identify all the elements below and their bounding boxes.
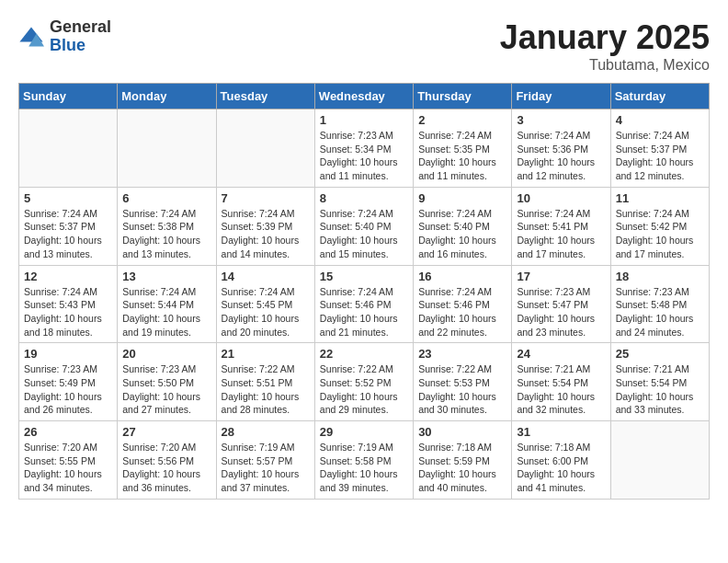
day-info: Sunrise: 7:21 AMSunset: 5:54 PMDaylight:… (616, 362, 704, 417)
day-info: Sunrise: 7:18 AMSunset: 6:00 PMDaylight:… (517, 441, 605, 495)
calendar-cell: 12Sunrise: 7:24 AMSunset: 5:43 PMDayligh… (19, 265, 118, 343)
title-block: January 2025 Tubutama, Mexico (500, 18, 710, 74)
calendar-cell: 18Sunrise: 7:23 AMSunset: 5:48 PMDayligh… (610, 265, 709, 343)
day-number: 28 (222, 425, 310, 439)
day-number: 16 (418, 270, 506, 283)
day-info: Sunrise: 7:23 AMSunset: 5:48 PMDaylight:… (616, 285, 704, 339)
calendar-cell: 14Sunrise: 7:24 AMSunset: 5:45 PMDayligh… (216, 265, 314, 343)
page-header: General Blue January 2025 Tubutama, Mexi… (18, 18, 710, 74)
calendar-cell: 10Sunrise: 7:24 AMSunset: 5:41 PMDayligh… (512, 187, 610, 265)
weekday-header-monday: Monday (118, 84, 216, 109)
calendar-cell: 6Sunrise: 7:24 AMSunset: 5:38 PMDaylight… (118, 187, 216, 265)
day-info: Sunrise: 7:22 AMSunset: 5:53 PMDaylight:… (418, 362, 506, 417)
day-number: 15 (320, 270, 408, 283)
day-number: 21 (222, 347, 310, 361)
calendar-cell: 20Sunrise: 7:23 AMSunset: 5:50 PMDayligh… (118, 343, 216, 421)
day-number: 22 (320, 347, 408, 361)
day-number: 30 (418, 425, 506, 439)
day-number: 1 (320, 113, 408, 127)
day-number: 6 (122, 191, 210, 205)
calendar-week-row: 1Sunrise: 7:23 AMSunset: 5:34 PMDaylight… (19, 109, 710, 188)
calendar-table: SundayMondayTuesdayWednesdayThursdayFrid… (18, 83, 710, 500)
calendar-cell: 8Sunrise: 7:24 AMSunset: 5:40 PMDaylight… (314, 187, 413, 265)
calendar-cell: 25Sunrise: 7:21 AMSunset: 5:54 PMDayligh… (610, 343, 709, 421)
day-number: 24 (517, 347, 605, 361)
day-number: 18 (616, 270, 704, 283)
logo-icon (18, 24, 44, 50)
day-number: 5 (24, 191, 112, 205)
day-number: 29 (320, 425, 408, 439)
day-info: Sunrise: 7:19 AMSunset: 5:58 PMDaylight:… (320, 441, 408, 495)
calendar-cell (19, 109, 118, 188)
calendar-cell: 31Sunrise: 7:18 AMSunset: 6:00 PMDayligh… (512, 421, 610, 500)
day-number: 14 (222, 270, 310, 283)
calendar-cell (610, 421, 709, 500)
day-number: 3 (517, 113, 605, 127)
day-number: 11 (616, 191, 704, 205)
day-info: Sunrise: 7:24 AMSunset: 5:38 PMDaylight:… (122, 207, 210, 261)
calendar-week-row: 12Sunrise: 7:24 AMSunset: 5:43 PMDayligh… (19, 265, 710, 343)
weekday-header-wednesday: Wednesday (314, 84, 413, 109)
day-info: Sunrise: 7:24 AMSunset: 5:36 PMDaylight:… (517, 129, 605, 183)
calendar-cell: 26Sunrise: 7:20 AMSunset: 5:55 PMDayligh… (19, 421, 118, 500)
calendar-cell: 9Sunrise: 7:24 AMSunset: 5:40 PMDaylight… (414, 187, 512, 265)
day-number: 19 (24, 347, 112, 361)
calendar-cell: 27Sunrise: 7:20 AMSunset: 5:56 PMDayligh… (118, 421, 216, 500)
calendar-week-row: 26Sunrise: 7:20 AMSunset: 5:55 PMDayligh… (19, 421, 710, 500)
calendar-cell: 5Sunrise: 7:24 AMSunset: 5:37 PMDaylight… (19, 187, 118, 265)
day-info: Sunrise: 7:24 AMSunset: 5:42 PMDaylight:… (616, 207, 704, 261)
calendar-cell (216, 109, 314, 188)
day-number: 4 (616, 113, 704, 127)
calendar-cell: 23Sunrise: 7:22 AMSunset: 5:53 PMDayligh… (414, 343, 512, 421)
calendar-cell: 13Sunrise: 7:24 AMSunset: 5:44 PMDayligh… (118, 265, 216, 343)
logo-general: General (50, 18, 111, 37)
weekday-header-sunday: Sunday (19, 84, 118, 109)
calendar-cell: 30Sunrise: 7:18 AMSunset: 5:59 PMDayligh… (414, 421, 512, 500)
logo: General Blue (18, 18, 111, 55)
logo-blue: Blue (50, 37, 111, 55)
day-info: Sunrise: 7:24 AMSunset: 5:37 PMDaylight:… (24, 207, 112, 261)
calendar-cell: 3Sunrise: 7:24 AMSunset: 5:36 PMDaylight… (512, 109, 610, 188)
calendar-cell: 24Sunrise: 7:21 AMSunset: 5:54 PMDayligh… (512, 343, 610, 421)
day-number: 7 (222, 191, 310, 205)
day-number: 26 (24, 425, 112, 439)
day-info: Sunrise: 7:19 AMSunset: 5:57 PMDaylight:… (222, 441, 310, 495)
day-info: Sunrise: 7:22 AMSunset: 5:51 PMDaylight:… (222, 362, 310, 417)
calendar-cell: 21Sunrise: 7:22 AMSunset: 5:51 PMDayligh… (216, 343, 314, 421)
calendar-subtitle: Tubutama, Mexico (500, 57, 710, 74)
day-number: 23 (418, 347, 506, 361)
calendar-cell: 22Sunrise: 7:22 AMSunset: 5:52 PMDayligh… (314, 343, 413, 421)
weekday-header-friday: Friday (512, 84, 610, 109)
day-number: 20 (122, 347, 210, 361)
calendar-cell: 29Sunrise: 7:19 AMSunset: 5:58 PMDayligh… (314, 421, 413, 500)
calendar-week-row: 5Sunrise: 7:24 AMSunset: 5:37 PMDaylight… (19, 187, 710, 265)
weekday-header-row: SundayMondayTuesdayWednesdayThursdayFrid… (19, 84, 710, 109)
calendar-cell: 19Sunrise: 7:23 AMSunset: 5:49 PMDayligh… (19, 343, 118, 421)
day-info: Sunrise: 7:24 AMSunset: 5:39 PMDaylight:… (222, 207, 310, 261)
weekday-header-saturday: Saturday (610, 84, 709, 109)
day-number: 25 (616, 347, 704, 361)
calendar-cell: 11Sunrise: 7:24 AMSunset: 5:42 PMDayligh… (610, 187, 709, 265)
day-info: Sunrise: 7:22 AMSunset: 5:52 PMDaylight:… (320, 362, 408, 417)
day-info: Sunrise: 7:20 AMSunset: 5:55 PMDaylight:… (24, 441, 112, 495)
day-number: 12 (24, 270, 112, 283)
day-info: Sunrise: 7:21 AMSunset: 5:54 PMDaylight:… (517, 362, 605, 417)
calendar-cell: 28Sunrise: 7:19 AMSunset: 5:57 PMDayligh… (216, 421, 314, 500)
day-info: Sunrise: 7:23 AMSunset: 5:34 PMDaylight:… (320, 129, 408, 183)
day-info: Sunrise: 7:23 AMSunset: 5:50 PMDaylight:… (122, 362, 210, 417)
day-number: 10 (517, 191, 605, 205)
day-info: Sunrise: 7:18 AMSunset: 5:59 PMDaylight:… (418, 441, 506, 495)
day-info: Sunrise: 7:20 AMSunset: 5:56 PMDaylight:… (122, 441, 210, 495)
calendar-cell: 4Sunrise: 7:24 AMSunset: 5:37 PMDaylight… (610, 109, 709, 188)
day-number: 17 (517, 270, 605, 283)
day-number: 13 (122, 270, 210, 283)
day-info: Sunrise: 7:24 AMSunset: 5:46 PMDaylight:… (418, 285, 506, 339)
day-info: Sunrise: 7:24 AMSunset: 5:35 PMDaylight:… (418, 129, 506, 183)
day-info: Sunrise: 7:23 AMSunset: 5:47 PMDaylight:… (517, 285, 605, 339)
day-info: Sunrise: 7:24 AMSunset: 5:40 PMDaylight:… (320, 207, 408, 261)
day-info: Sunrise: 7:24 AMSunset: 5:40 PMDaylight:… (418, 207, 506, 261)
logo-text: General Blue (50, 18, 111, 55)
calendar-cell: 7Sunrise: 7:24 AMSunset: 5:39 PMDaylight… (216, 187, 314, 265)
calendar-cell: 16Sunrise: 7:24 AMSunset: 5:46 PMDayligh… (414, 265, 512, 343)
day-info: Sunrise: 7:24 AMSunset: 5:41 PMDaylight:… (517, 207, 605, 261)
